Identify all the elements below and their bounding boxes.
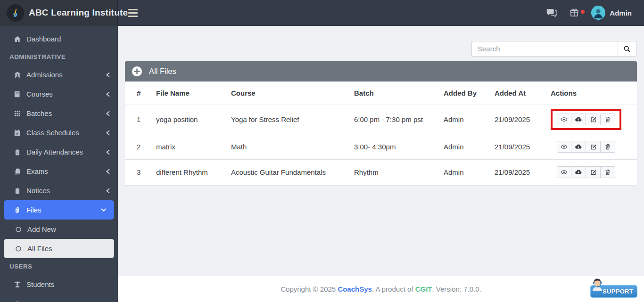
eye-icon	[561, 143, 568, 150]
edit-icon	[590, 169, 597, 176]
sidebar-item-class-schedules[interactable]: Class Schedules	[0, 123, 118, 142]
main-content: All Files # File Name Course Batch Added…	[118, 26, 644, 302]
sidebar-item-files[interactable]: Files	[4, 200, 114, 220]
support-button[interactable]: SUPPORT	[590, 285, 637, 298]
col-actions: Actions	[551, 82, 637, 105]
col-added-by: Added By	[444, 82, 495, 105]
cell-actions	[551, 105, 637, 134]
delete-button[interactable]	[601, 114, 615, 125]
add-file-icon[interactable]	[132, 66, 142, 77]
chevron-left-icon	[106, 149, 110, 155]
edit-button[interactable]	[586, 114, 601, 125]
cell-actions	[551, 134, 637, 160]
cell-file-name: matrix	[156, 134, 231, 160]
coachsys-link[interactable]: CoachSys	[338, 285, 372, 293]
messages-icon[interactable]	[546, 8, 557, 17]
eye-icon	[561, 116, 568, 123]
table-row: 2 matrix Math 3:00- 4:30pm Admin 21/09/2…	[125, 134, 637, 160]
chevron-left-icon	[106, 91, 110, 97]
chevron-left-icon	[106, 72, 110, 78]
table-row: 3 different Rhythm Acoustic Guitar Funda…	[125, 160, 637, 185]
sidebar-item-admissions[interactable]: Admissions	[0, 65, 118, 84]
download-button[interactable]	[571, 114, 586, 125]
chevron-left-icon	[106, 188, 110, 194]
cell-num: 3	[125, 160, 156, 185]
brand[interactable]: ABC Learning Institute	[0, 0, 118, 26]
edit-button[interactable]	[586, 166, 601, 178]
cell-file-name: different Rhythm	[156, 160, 231, 185]
trash-icon	[604, 169, 611, 176]
view-button[interactable]	[557, 166, 571, 178]
sidebar-item-partial[interactable]	[0, 294, 118, 302]
cell-actions	[551, 160, 637, 185]
table-row: 1 yoga position Yoga for Stress Relief 6…	[125, 105, 637, 134]
user-menu[interactable]: Admin	[591, 6, 632, 20]
edit-icon	[590, 143, 597, 150]
search-button[interactable]	[618, 41, 636, 57]
cell-added-at: 21/09/2025	[495, 160, 551, 185]
copyright-text: Copyright © 2025 CoachSys. A product of …	[281, 285, 481, 293]
col-batch: Batch	[354, 82, 444, 105]
sidebar-item-courses[interactable]: Courses	[0, 84, 118, 104]
sidebar-item-all-files[interactable]: All Files	[4, 239, 114, 258]
cloud-download-icon	[575, 169, 582, 176]
clipboard-list-icon	[13, 148, 21, 156]
footer: Copyright © 2025 CoachSys. A product of …	[118, 276, 644, 302]
clipboard-icon	[13, 187, 21, 195]
sidebar-item-dashboard[interactable]: Dashboard	[0, 29, 118, 49]
home-icon	[13, 35, 21, 43]
app-logo-icon	[7, 4, 24, 22]
sidebar-item-batches[interactable]: Batches	[0, 104, 118, 123]
sidebar-item-exams[interactable]: Exams	[0, 162, 118, 181]
trash-icon	[604, 116, 611, 123]
sidebar-item-add-new[interactable]: Add New	[0, 220, 118, 239]
sidebar-item-daily-attendances[interactable]: Daily Attendances	[0, 142, 118, 162]
download-button[interactable]	[571, 166, 586, 178]
student-icon	[13, 281, 21, 288]
cell-course: Yoga for Stress Relief	[231, 105, 354, 134]
copy-icon	[13, 168, 21, 175]
cell-batch: 6:00 pm - 7:30 pm pst	[354, 105, 444, 134]
search-group	[471, 41, 636, 57]
brand-title: ABC Learning Institute	[29, 8, 128, 18]
circle-icon	[14, 245, 22, 252]
view-button[interactable]	[557, 141, 571, 153]
sidebar: Dashboard ADMINISTRATIVE Admissions Cour…	[0, 26, 118, 302]
user-icon	[13, 300, 21, 302]
sidebar-toggle-icon[interactable]	[128, 9, 138, 17]
download-button[interactable]	[571, 141, 586, 153]
cgit-link[interactable]: CGIT	[415, 285, 432, 293]
sidebar-section-administrative: ADMINISTRATIVE	[0, 49, 118, 65]
gifts-icon[interactable]	[570, 8, 579, 17]
all-files-panel: All Files # File Name Course Batch Added…	[125, 61, 637, 185]
sidebar-item-notices[interactable]: Notices	[0, 181, 118, 200]
chevron-left-icon	[106, 169, 110, 174]
search-input[interactable]	[471, 41, 618, 57]
support-agent-icon	[589, 277, 605, 295]
cell-added-by: Admin	[444, 160, 495, 185]
eye-icon	[561, 169, 568, 176]
admission-icon	[13, 71, 21, 79]
cell-added-by: Admin	[444, 105, 495, 134]
book-icon	[13, 90, 21, 98]
sidebar-section-users: USERS	[0, 258, 118, 275]
grid-icon	[13, 110, 21, 117]
cell-num: 1	[125, 105, 156, 134]
edit-button[interactable]	[586, 141, 601, 153]
delete-button[interactable]	[601, 141, 615, 153]
edit-icon	[590, 116, 597, 123]
col-num: #	[125, 82, 156, 105]
delete-button[interactable]	[601, 166, 615, 178]
col-added-at: Added At	[495, 82, 551, 105]
view-button[interactable]	[557, 114, 571, 125]
col-file-name: File Name	[156, 82, 231, 105]
notification-dot	[581, 10, 585, 14]
highlight-box	[551, 109, 621, 130]
avatar	[591, 6, 605, 20]
cell-course: Acoustic Guitar Fundamentals	[231, 160, 354, 185]
sidebar-item-students[interactable]: Students	[0, 275, 118, 294]
calendar-check-icon	[13, 129, 21, 137]
cloud-download-icon	[575, 143, 582, 150]
top-navbar: ABC Learning Institute	[0, 0, 644, 26]
cell-added-at: 21/09/2025	[495, 134, 551, 160]
